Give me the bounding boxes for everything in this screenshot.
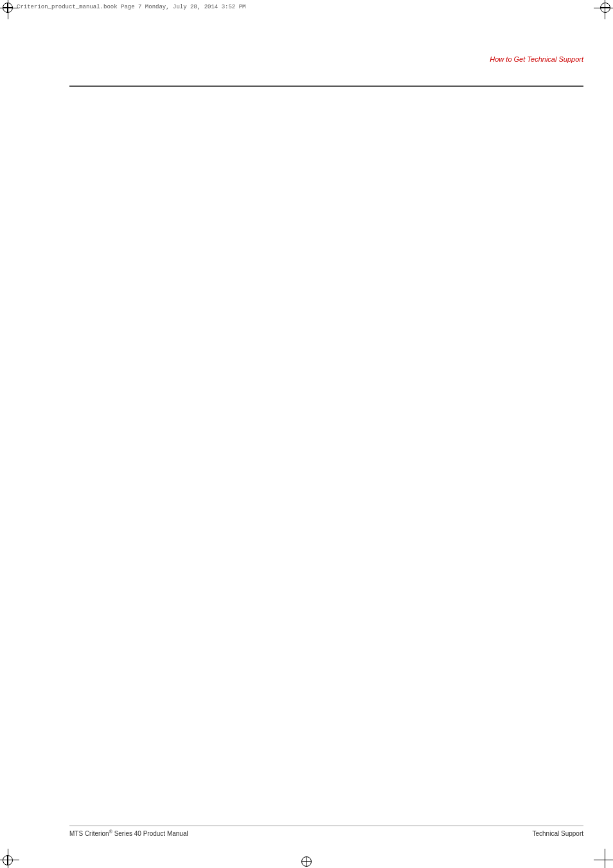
reg-mark-tl-cross-h: [3, 7, 13, 8]
crop-mark-br-h: [594, 860, 613, 860]
chapter-header-line: [69, 86, 583, 87]
footer-line: [69, 826, 583, 826]
crop-mark-br-v: [605, 849, 605, 868]
reg-mark-bc: [301, 856, 312, 867]
running-header: How to Get Technical Support: [490, 55, 583, 63]
header-metadata: Criterion_product_manual.book Page 7 Mon…: [17, 4, 245, 10]
footer-right-text: Technical Support: [533, 830, 584, 837]
footer-left-text: MTS Criterion® Series 40 Product Manual: [69, 829, 188, 837]
reg-mark-bl: [3, 855, 13, 865]
reg-mark-tl-circle: [3, 3, 13, 13]
reg-mark-tr: [600, 3, 610, 13]
footer-series-text: Series 40 Product Manual: [112, 830, 188, 837]
reg-mark-tl-cross-v: [7, 3, 8, 13]
footer-product-name: MTS Criterion: [69, 830, 109, 837]
